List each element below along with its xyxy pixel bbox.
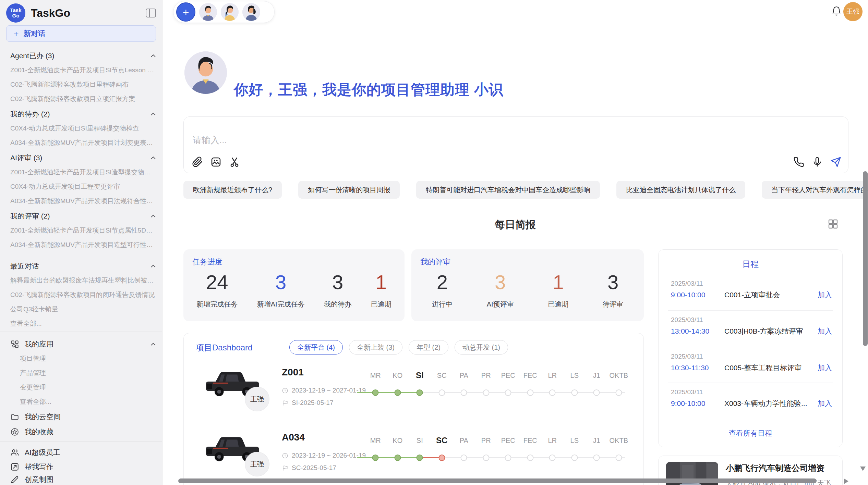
project-tag: SI-2025-05-17 [282,399,333,407]
cloud-folder-icon [10,412,19,421]
schedule-time: 9:00-10:00 [671,291,724,299]
schedule-row: 13:00-14:30 C003|H0B-方案冻结评审 加入 [671,326,832,336]
milestone-label: MR [364,435,387,446]
app-item-project-mgmt[interactable]: 项目管理 [20,351,156,366]
agent-avatar-3[interactable] [242,3,260,21]
recent-chat-item[interactable]: 公司Q3轻卡销量 [10,302,156,316]
scroll-down-arrow[interactable] [860,467,866,471]
sidebar-item[interactable]: Z001-全新燃油轻卡产品开发项目SI造型提交物评审 [10,165,156,179]
milestone-label: J1 [586,370,608,381]
creative-draw-label: 创意制图 [25,475,53,484]
stat-label: 已逾期 [548,300,568,309]
view-all-schedule-link[interactable]: 查看所有日程 [659,428,842,438]
sidebar-item[interactable]: A034-全新新能源MUV产品开发项目造型可行性评审 [10,238,156,252]
milestone-dot-done [417,389,423,396]
plus-icon: ＋ [12,28,20,39]
sidebar-item-creative-draw[interactable]: 创意制图 [10,474,156,485]
recent-view-all[interactable]: 查看全部... [10,316,156,331]
join-link[interactable]: 加入 [818,399,832,408]
section-header-recent[interactable]: 最近对话 [10,259,156,273]
join-link[interactable]: 加入 [818,363,832,373]
milestone-dot [616,455,622,461]
milestone-dot [571,389,578,396]
divider [668,383,833,383]
user-avatar[interactable]: 王强 [843,2,863,21]
sidebar-item-favorites[interactable]: 我的收藏 [10,425,156,439]
section-header-my-review[interactable]: 我的评审 (2) [10,209,156,223]
schedule-name: C003|H0B-方案冻结评审 [724,326,813,336]
sidebar-item-my-apps[interactable]: 我的应用 [10,337,156,351]
project-tag-text: SI-2025-05-17 [292,399,333,407]
sidebar-item[interactable]: C02-飞腾新能源轻客改款项目里程碑画布 [10,77,156,92]
sidebar-item[interactable]: C02-飞腾新能源轻客改款项目立项汇报方案 [10,92,156,106]
horizontal-scrollbar-thumb[interactable] [178,478,817,483]
sidebar: Task Go TaskGo ＋ 新对话 Agent已办 (3) Z001-全新… [0,0,162,485]
apps-view-all[interactable]: 查看全部... [20,395,156,409]
chevron-up-icon [150,54,156,58]
bell-icon[interactable] [831,5,842,16]
filter-chip[interactable]: 全新上装 (3) [349,340,402,355]
section-title: 我的评审 (2) [10,211,50,221]
project-row-z001[interactable]: 王强 Z001 2023-12-19 ~ 2027-01-19 SI-2025-… [184,358,643,422]
sidebar-item-cloud-space[interactable]: 我的云空间 [10,410,156,424]
milestone-dot [505,455,511,461]
schedule-date: 2025/03/11 [671,316,703,324]
join-link[interactable]: 加入 [818,290,832,300]
collapse-panel-icon[interactable] [146,9,156,17]
agent-avatar-2[interactable] [221,3,239,21]
milestone-label: MR [364,370,387,381]
recent-chat-item[interactable]: C02-飞腾新能源轻客改款项目的闭环通告反馈情况 [10,288,156,302]
milestone-track: MR KO SI SC PA PR PEC FEC LR LS J1 OKTB [364,435,630,476]
section-header-my-todo[interactable]: 我的待办 (2) [10,107,156,121]
app-item-product-mgmt[interactable]: 产品管理 [20,366,156,380]
stat: 3我的待办 [324,271,351,309]
schedule-time: 10:30-11:30 [671,364,724,372]
schedule-time: 9:00-10:00 [671,399,724,408]
scissors-icon[interactable] [229,157,240,167]
sidebar-item[interactable]: Z001-全新燃油轻卡产品开发项目SI节点属性5D文件评审 [10,223,156,238]
layout-grid-icon[interactable] [828,219,839,229]
filter-chip-selected[interactable]: 全新平台 (4) [289,340,343,355]
help-write-label: 帮我写作 [25,462,53,472]
paperclip-icon[interactable] [192,157,203,167]
filter-chip[interactable]: 动总开发 (1) [455,340,508,355]
mic-icon[interactable] [812,157,823,167]
image-icon[interactable] [210,157,221,167]
suggestion-chip[interactable]: 当下年轻人对汽车外观有怎样的喜好趋势 [762,181,868,199]
milestone-progress-line [357,457,419,458]
add-agent-button[interactable]: ＋ [176,2,195,22]
join-link[interactable]: 加入 [818,326,832,336]
phone-icon[interactable] [793,157,804,167]
sidebar-item[interactable]: C0X4-动力总成开发项目SI里程碑提交物检查 [10,121,156,136]
milestone-label: LS [564,435,586,446]
new-chat-button[interactable]: ＋ 新对话 [6,25,156,42]
app-item-change-mgmt[interactable]: 变更管理 [20,380,156,395]
send-icon[interactable] [830,157,841,167]
stat-value: 24 [196,271,238,294]
recent-chat-item[interactable]: 解释最新出台的欧盟报废车法规再生塑料比例被调至15%... [10,273,156,288]
card-title: 我的评审 [420,257,450,267]
sidebar-item-ai-staff[interactable]: AI超级员工 [10,445,156,460]
section-header-agent-done[interactable]: Agent已办 (3) [10,49,156,63]
suggestion-chip[interactable]: 比亚迪全固态电池计划具体说了什么 [616,181,745,199]
sidebar-item[interactable]: C0X4-动力总成开发项目工程变更评审 [10,179,156,194]
sidebar-item[interactable]: A034-全新新能源MUV产品开发项目法规符合性评审 [10,194,156,208]
scroll-right-arrow[interactable] [844,478,848,484]
milestone-label: SI [409,435,431,446]
project-row-a034[interactable]: 王强 A034 2023-12-19 ~ 2026-01-19 SC-2025-… [184,423,643,485]
filter-chip[interactable]: 年型 (2) [409,340,448,355]
sidebar-item-help-write[interactable]: 帮我写作 [10,460,156,474]
sidebar-item[interactable]: Z001-全新燃油皮卡产品开发项目SI节点Lesson Learn报告 [10,63,156,77]
suggestion-chip[interactable]: 特朗普可能对进口汽车增税会对中国车企造成哪些影响 [416,181,600,199]
sidebar-item[interactable]: A034-全新新能源MUV产品开发项目计划变更表编写 [10,136,156,150]
vertical-scrollbar-thumb[interactable] [863,171,868,346]
project-dates: 2023-12-19 ~ 2026-01-19 [282,452,366,459]
clock-icon [282,452,288,459]
chat-input[interactable] [192,135,605,146]
suggestion-chip[interactable]: 如何写一份清晰的项目周报 [298,181,400,199]
favorites-star-icon [10,427,19,436]
suggestion-chip[interactable]: 欧洲新规最近颁布了什么? [183,181,282,199]
ai-staff-label: AI超级员工 [25,448,60,457]
agent-avatar-1[interactable] [199,3,217,21]
section-header-ai-review[interactable]: AI评审 (3) [10,151,156,165]
